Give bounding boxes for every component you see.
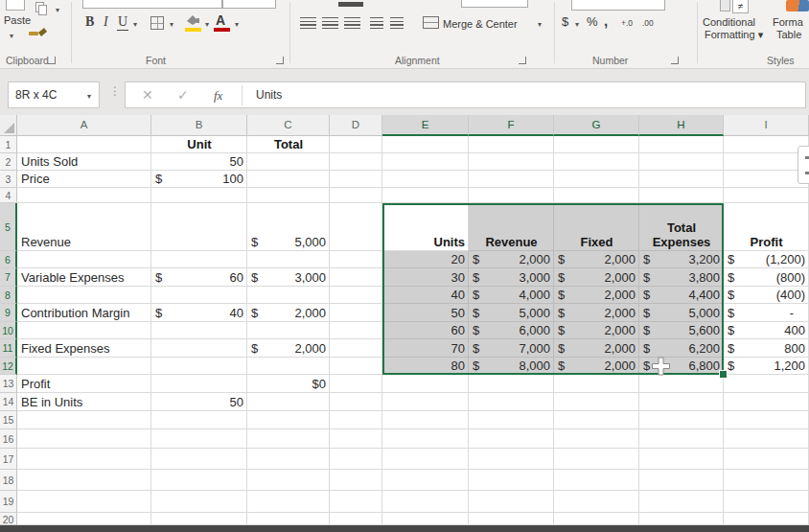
row-header-14[interactable]: 14 — [0, 393, 17, 411]
cell-C17[interactable] — [247, 449, 330, 470]
font-color-caret-icon[interactable]: ▾ — [235, 21, 239, 29]
cell-G9[interactable]: $2,000 — [554, 304, 639, 322]
cell-H5[interactable]: Total Expenses — [639, 203, 724, 251]
cell-D17[interactable] — [330, 449, 382, 470]
merge-center-button[interactable]: Merge & Center — [443, 18, 518, 30]
percent-style-button[interactable]: % — [587, 14, 598, 29]
cell-H8[interactable]: $4,400 — [639, 287, 724, 304]
cell-F13[interactable] — [469, 375, 554, 393]
cell-H18[interactable] — [639, 470, 724, 491]
cell-G2[interactable] — [554, 153, 639, 171]
row-header-18[interactable]: 18 — [0, 470, 17, 491]
cell-C6[interactable] — [247, 251, 330, 268]
cell-B12[interactable] — [151, 358, 247, 375]
cell-D5[interactable] — [330, 203, 382, 251]
cell-E16[interactable] — [382, 429, 469, 449]
cell-I13[interactable] — [724, 375, 809, 393]
cell-D6[interactable] — [330, 251, 382, 268]
cell-B10[interactable] — [151, 322, 247, 339]
cell-A12[interactable] — [17, 358, 151, 375]
cell-H11[interactable]: $6,200 — [639, 339, 724, 358]
cell-F15[interactable] — [469, 411, 554, 429]
fill-handle[interactable] — [719, 370, 728, 379]
cell-E11[interactable]: 70 — [382, 339, 469, 358]
cell-A20[interactable] — [17, 513, 151, 525]
borders-icon[interactable] — [150, 16, 164, 30]
cell-F3[interactable] — [469, 171, 554, 188]
underline-caret-icon[interactable]: ▾ — [133, 21, 137, 29]
cell-C14[interactable] — [247, 393, 330, 411]
cell-B17[interactable] — [151, 449, 247, 470]
cell-E20[interactable] — [382, 513, 469, 525]
cell-D9[interactable] — [330, 304, 382, 322]
cell-C15[interactable] — [247, 411, 330, 429]
cell-G17[interactable] — [554, 449, 639, 470]
row-header-1[interactable]: 1 — [0, 136, 17, 153]
cell-I11[interactable]: $800 — [724, 339, 809, 358]
cell-H9[interactable]: $5,000 — [639, 304, 724, 322]
cell-H15[interactable] — [639, 411, 724, 429]
col-header-H[interactable]: H — [639, 115, 724, 136]
cell-I19[interactable] — [724, 491, 809, 513]
format-as-table-button-line2[interactable]: Table — [776, 29, 801, 40]
cell-H7[interactable]: $3,800 — [639, 268, 724, 287]
cell-B7[interactable]: $60 — [151, 268, 247, 287]
cell-H17[interactable] — [639, 449, 724, 470]
cell-G5[interactable]: Fixed — [554, 203, 639, 251]
cell-E3[interactable] — [382, 171, 469, 188]
cell-I10[interactable]: $400 — [724, 322, 809, 339]
cell-H20[interactable] — [639, 513, 724, 525]
cell-A1[interactable] — [17, 136, 151, 153]
cell-I9[interactable]: $- — [724, 304, 809, 322]
cell-H19[interactable] — [639, 491, 724, 513]
cell-F4[interactable] — [469, 188, 554, 203]
cell-F19[interactable] — [469, 491, 554, 513]
cell-F18[interactable] — [469, 470, 554, 491]
cell-D11[interactable] — [330, 339, 382, 358]
cell-C3[interactable] — [247, 171, 330, 188]
cell-G4[interactable] — [554, 188, 639, 203]
cell-E7[interactable]: 30 — [382, 268, 469, 287]
row-header-8[interactable]: 8 — [0, 287, 17, 304]
cell-D19[interactable] — [330, 491, 382, 513]
cell-G10[interactable]: $2,000 — [554, 322, 639, 339]
cell-I14[interactable] — [724, 393, 809, 411]
row-header-2[interactable]: 2 — [0, 153, 17, 171]
cell-A16[interactable] — [17, 429, 151, 449]
font-dialog-launcher-icon[interactable] — [276, 57, 284, 64]
cell-F10[interactable]: $6,000 — [469, 322, 554, 339]
conditional-formatting-button-line2[interactable]: Formatting ▾ — [705, 29, 763, 41]
cell-F17[interactable] — [469, 449, 554, 470]
copy-caret-icon[interactable]: ▾ — [56, 7, 59, 14]
cell-I16[interactable] — [724, 429, 809, 449]
cell-B1[interactable]: Unit — [151, 136, 247, 153]
alignment-dialog-launcher-icon[interactable] — [519, 57, 526, 64]
cell-D13[interactable] — [330, 375, 382, 393]
cell-A17[interactable] — [17, 449, 151, 470]
number-dialog-launcher-icon[interactable] — [671, 57, 679, 64]
cell-E19[interactable] — [382, 491, 469, 513]
font-size-box-fragment[interactable] — [222, 0, 276, 9]
align-center-icon[interactable] — [322, 17, 338, 29]
cell-G12[interactable]: $2,000 — [554, 358, 639, 375]
cell-B15[interactable] — [151, 411, 247, 429]
row-header-11[interactable]: 11 — [0, 339, 17, 358]
cell-E17[interactable] — [382, 449, 469, 470]
insert-function-icon[interactable]: fx — [214, 88, 222, 104]
col-header-A[interactable]: A — [17, 115, 151, 136]
cell-I5[interactable]: Profit — [724, 203, 809, 251]
cell-A3[interactable]: Price — [17, 171, 151, 188]
cell-A5[interactable]: Revenue — [17, 203, 151, 251]
row-header-3[interactable]: 3 — [0, 171, 17, 188]
cell-C2[interactable] — [247, 153, 330, 171]
cell-G11[interactable]: $2,000 — [554, 339, 639, 358]
cell-B5[interactable] — [151, 203, 247, 251]
cancel-icon[interactable]: ✕ — [142, 87, 153, 103]
cell-C16[interactable] — [247, 429, 330, 449]
increase-decimal-icon[interactable]: +.0 — [621, 18, 633, 28]
decrease-indent-icon[interactable] — [370, 17, 383, 29]
cell-H14[interactable] — [639, 393, 724, 411]
cell-G15[interactable] — [554, 411, 639, 429]
cell-D12[interactable] — [330, 358, 382, 375]
align-left-icon[interactable] — [300, 17, 316, 29]
